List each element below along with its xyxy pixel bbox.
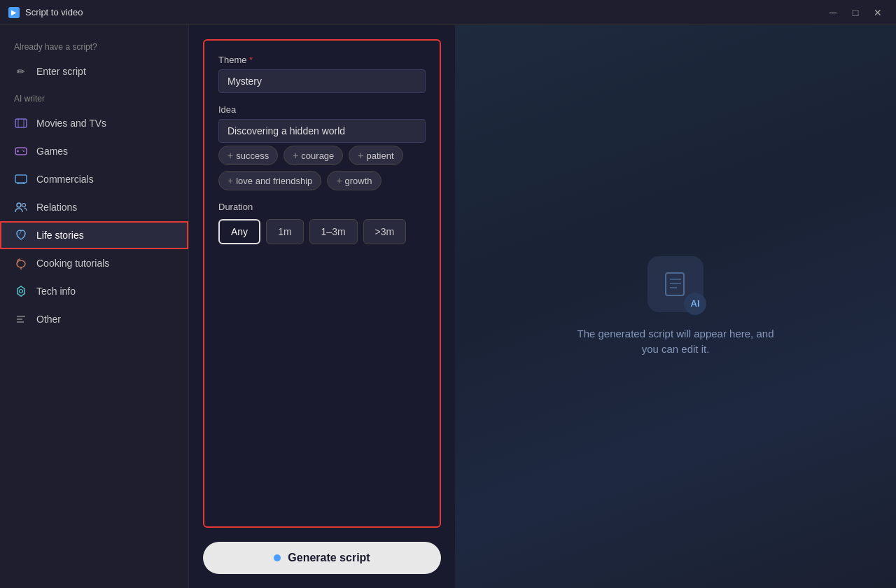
tag-growth-label: growth (345, 176, 372, 186)
script-icon (662, 270, 690, 298)
generate-script-button[interactable]: Generate script (203, 542, 441, 574)
preview-placeholder-text: The generated script will appear here, a… (570, 326, 780, 358)
games-label: Games (36, 146, 68, 157)
sidebar-item-other[interactable]: Other (0, 305, 188, 333)
duration-label: Duration (218, 202, 426, 212)
sidebar-item-movies[interactable]: Movies and TVs (0, 109, 188, 137)
svg-point-17 (20, 290, 23, 293)
cooking-label: Cooking tutorials (36, 258, 109, 269)
sidebar-item-cooking[interactable]: Cooking tutorials (0, 249, 188, 277)
maximize-button[interactable]: □ (846, 5, 865, 20)
theme-field-group: Theme * (218, 55, 426, 93)
pencil-icon: ✏ (14, 64, 28, 78)
duration-1-3m[interactable]: 1–3m (309, 219, 358, 244)
svg-rect-0 (15, 119, 27, 127)
svg-marker-16 (18, 286, 24, 296)
app-icon: ▶ (8, 7, 20, 18)
svg-point-13 (22, 204, 26, 207)
svg-rect-21 (666, 273, 684, 295)
other-icon (14, 312, 28, 326)
preview-panel: AI The generated script will appear here… (455, 25, 896, 588)
tech-icon (14, 284, 28, 298)
commercial-icon (14, 172, 28, 186)
svg-point-14 (17, 260, 25, 267)
tag-success-label: success (236, 150, 269, 161)
svg-point-6 (23, 150, 24, 152)
lifestories-icon (14, 228, 28, 242)
duration-section: Duration Any 1m 1–3m >3m (218, 202, 426, 244)
idea-label: Idea (218, 104, 426, 115)
svg-point-12 (17, 203, 21, 207)
tag-courage-label: courage (301, 150, 334, 161)
generate-btn-label: Generate script (288, 552, 370, 564)
main-container: Already have a script? ✏ Enter script AI… (0, 25, 896, 588)
tag-growth[interactable]: + growth (327, 171, 381, 190)
ai-writer-label: AI writer (0, 91, 188, 109)
idea-field-group: Idea + success + courage + p (218, 104, 426, 190)
enter-script-label: Enter script (36, 66, 86, 77)
content-area: Theme * Idea + success + (189, 25, 896, 588)
form-outline: Theme * Idea + success + (203, 39, 441, 528)
theme-label: Theme * (218, 55, 426, 65)
tag-love-friendship[interactable]: + love and friendship (218, 171, 321, 190)
ai-icon-container: AI (648, 256, 704, 312)
form-panel: Theme * Idea + success + (189, 25, 455, 588)
lifestories-label: Life stories (36, 230, 84, 241)
movies-label: Movies and TVs (36, 118, 106, 129)
tags-container: + success + courage + patient + (218, 146, 426, 190)
sidebar-item-enter-script[interactable]: ✏ Enter script (0, 57, 188, 85)
svg-point-7 (22, 150, 22, 150)
sidebar-item-lifestories[interactable]: Life stories (0, 221, 188, 249)
titlebar-left: ▶ Script to video (8, 7, 83, 18)
svg-rect-8 (15, 175, 27, 183)
film-icon (14, 116, 28, 130)
duration-1m[interactable]: 1m (266, 219, 303, 244)
sidebar-item-relations[interactable]: Relations (0, 193, 188, 221)
tag-love-label: love and friendship (236, 176, 312, 186)
tag-patient[interactable]: + patient (349, 146, 402, 165)
tech-label: Tech info (36, 286, 76, 297)
sidebar-item-tech[interactable]: Tech info (0, 277, 188, 305)
commercials-label: Commercials (36, 174, 94, 185)
ai-badge: AI (684, 293, 706, 315)
generate-dot-icon (274, 554, 281, 561)
cooking-icon (14, 256, 28, 270)
tag-courage[interactable]: + courage (284, 146, 343, 165)
relations-label: Relations (36, 202, 77, 213)
minimize-button[interactable]: ─ (823, 5, 843, 20)
close-button[interactable]: ✕ (868, 5, 888, 20)
relations-icon (14, 200, 28, 214)
window-controls: ─ □ ✕ (823, 5, 888, 20)
tag-patient-label: patient (367, 150, 394, 161)
game-icon (14, 144, 28, 158)
sidebar-item-games[interactable]: Games (0, 137, 188, 165)
window-title: Script to video (25, 7, 83, 18)
tag-success[interactable]: + success (218, 146, 278, 165)
duration-buttons: Any 1m 1–3m >3m (218, 219, 426, 244)
theme-input[interactable] (218, 69, 426, 93)
titlebar: ▶ Script to video ─ □ ✕ (0, 0, 896, 25)
sidebar-item-commercials[interactable]: Commercials (0, 165, 188, 193)
duration-3m-plus[interactable]: >3m (363, 219, 407, 244)
idea-input[interactable] (218, 119, 426, 143)
required-star: * (246, 55, 253, 65)
generate-btn-container: Generate script (203, 542, 441, 574)
already-have-script-label: Already have a script? (0, 39, 188, 57)
sidebar: Already have a script? ✏ Enter script AI… (0, 25, 189, 588)
other-label: Other (36, 314, 61, 325)
duration-any[interactable]: Any (218, 219, 260, 244)
